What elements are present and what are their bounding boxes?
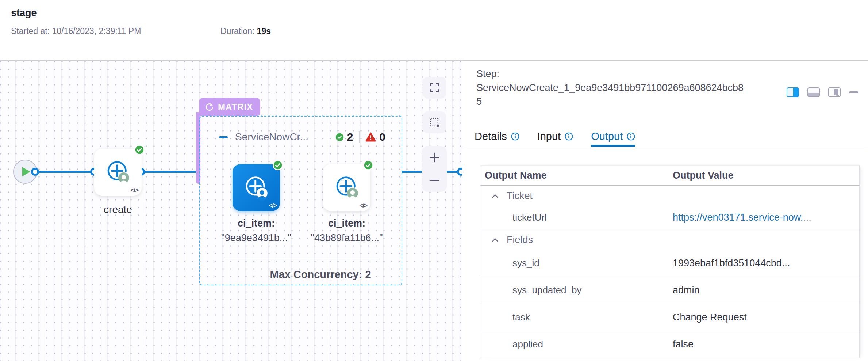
duration: Duration: 19s	[220, 26, 271, 36]
tab-details-label: Details	[475, 130, 507, 142]
selection-box-icon	[430, 118, 439, 128]
success-check-icon	[272, 160, 283, 172]
param-name: ci_item:	[328, 218, 365, 229]
minimize-panel-button[interactable]	[849, 91, 858, 93]
column-output-name: Output Name	[480, 170, 547, 181]
matrix-node-1[interactable]: </>	[233, 164, 280, 211]
table-row: sys_updated_by admin	[480, 277, 859, 304]
matrix-title: ServiceNowCr...	[235, 131, 335, 143]
step-label: Step:	[476, 67, 748, 81]
fail-count-icon	[365, 132, 376, 142]
fullscreen-icon	[429, 83, 439, 93]
fit-to-screen-button[interactable]	[422, 77, 446, 99]
output-value-link[interactable]: https://ven03171.service-now....	[673, 212, 811, 223]
layout-bottom-view-button[interactable]	[807, 87, 820, 97]
node-create-label: create	[83, 204, 153, 216]
output-name: sys_id	[480, 258, 539, 269]
layout-floating-view-button[interactable]	[828, 87, 841, 97]
marquee-select-button[interactable]	[422, 111, 446, 133]
tab-output-label: Output	[591, 130, 623, 142]
group-row-ticket[interactable]: Ticket	[480, 186, 859, 206]
info-icon[interactable]	[627, 132, 635, 141]
started-at-value: 10/16/2023, 2:39:11 PM	[52, 26, 141, 36]
success-count-icon	[335, 133, 344, 141]
output-value: Change Request	[673, 312, 747, 323]
group-label: Ticket	[507, 190, 533, 202]
param-name: ci_item:	[238, 218, 275, 229]
stage-header: stage Started at: 10/16/2023, 2:39:11 PM…	[0, 0, 868, 61]
collapse-matrix-button[interactable]	[219, 136, 228, 138]
matrix-group[interactable]: ServiceNowCr... 2 0	[199, 116, 402, 285]
step-heading: Step: ServiceNowCreate_1_9ea9e3491bb9711…	[476, 67, 748, 109]
table-row: sys_id 1993ebaf1bfd351044cbd...	[480, 250, 859, 277]
output-value: admin	[673, 285, 700, 296]
info-icon[interactable]	[511, 132, 519, 141]
success-check-icon	[363, 160, 374, 172]
matrix-status-counts: 2 0	[335, 131, 385, 143]
table-row: task Change Request	[480, 304, 859, 331]
output-name: sys_updated_by	[480, 285, 581, 296]
matrix-footer-divider	[224, 258, 379, 258]
loop-icon	[205, 102, 214, 112]
servicenow-step-icon	[332, 173, 362, 203]
output-name: task	[480, 312, 530, 323]
port-start-out	[31, 168, 39, 176]
play-icon	[22, 167, 31, 177]
tab-output[interactable]: Output	[591, 126, 635, 147]
zoom-in-button[interactable]	[429, 152, 440, 163]
duration-value: 19s	[257, 26, 271, 36]
matrix-badge[interactable]: MATRIX	[199, 98, 260, 116]
tab-details[interactable]: Details	[475, 126, 519, 147]
port-stage-out	[457, 168, 462, 176]
group-row-fields[interactable]: Fields	[480, 229, 859, 250]
zoom-controls	[422, 146, 447, 192]
info-icon[interactable]	[565, 132, 573, 141]
column-output-value: Output Value	[673, 170, 734, 181]
fail-count: 0	[379, 131, 385, 143]
tab-input[interactable]: Input	[537, 126, 573, 147]
servicenow-step-icon	[103, 157, 133, 187]
chevron-up-icon[interactable]	[492, 237, 499, 243]
pipeline-execution-view: stage Started at: 10/16/2023, 2:39:11 PM…	[0, 0, 868, 361]
output-name: ticketUrl	[480, 212, 547, 223]
success-check-icon	[134, 144, 145, 157]
started-at: Started at: 10/16/2023, 2:39:11 PM	[11, 26, 141, 36]
matrix-node-2-label: ci_item: "43b89fa11b6..."	[297, 216, 396, 245]
pipeline-canvas[interactable]: </> create MATRIX ServiceNowCr...	[0, 61, 462, 361]
layout-right-view-button[interactable]	[787, 87, 799, 97]
code-glyph: </>	[359, 202, 367, 209]
panel-tabs: Details Input Output	[462, 126, 868, 147]
code-glyph: </>	[269, 202, 277, 209]
matrix-node-1-label: ci_item: "9ea9e3491b..."	[207, 216, 306, 245]
panel-layout-controls	[787, 87, 858, 97]
tab-input-label: Input	[537, 130, 561, 142]
count-divider	[359, 131, 360, 143]
param-value: "43b89fa11b6..."	[311, 232, 383, 243]
table-header-row: Output Name Output Value	[480, 166, 859, 186]
output-value: false	[673, 339, 694, 350]
edge-start-to-create	[35, 171, 94, 173]
param-value: "9ea9e3491b..."	[221, 232, 291, 243]
step-details-panel: Step: ServiceNowCreate_1_9ea9e3491bb9711…	[462, 61, 868, 361]
node-create[interactable]: </>	[94, 149, 142, 196]
zoom-out-button[interactable]	[429, 175, 440, 186]
output-table: Output Name Output Value Ticket ticketUr…	[480, 165, 860, 358]
table-row: ticketUrl https://ven03171.service-now..…	[480, 206, 859, 229]
chevron-up-icon[interactable]	[492, 193, 499, 199]
success-count: 2	[347, 131, 353, 143]
matrix-header: ServiceNowCr... 2 0	[219, 130, 385, 144]
code-glyph: </>	[130, 187, 138, 194]
step-name: ServiceNowCreate_1_9ea9e3491bb971100269a…	[476, 81, 748, 109]
table-row: applied false	[480, 331, 859, 358]
output-value: 1993ebaf1bfd351044cbd...	[673, 258, 790, 269]
matrix-node-2[interactable]: </>	[323, 164, 370, 211]
output-name: applied	[480, 339, 543, 350]
duration-label: Duration:	[220, 26, 254, 36]
truncation-dots: ...	[803, 212, 811, 223]
servicenow-step-icon	[241, 173, 271, 203]
edge-create-to-matrix	[141, 171, 198, 173]
started-at-label: Started at:	[11, 26, 50, 36]
max-concurrency-label: Max Concurrency: 2	[255, 269, 386, 281]
page-title: stage	[11, 7, 37, 19]
group-label: Fields	[507, 234, 533, 246]
